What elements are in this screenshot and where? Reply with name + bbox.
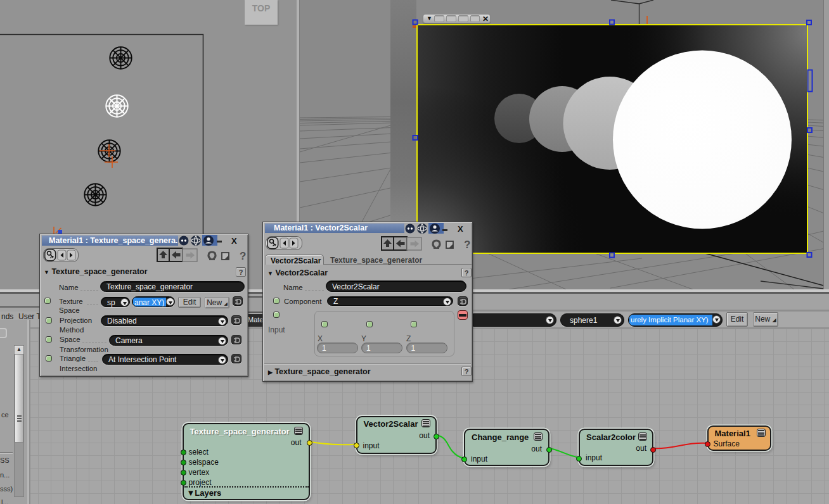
svg-text:?: ? <box>464 239 470 251</box>
svg-text:?: ? <box>240 250 246 262</box>
